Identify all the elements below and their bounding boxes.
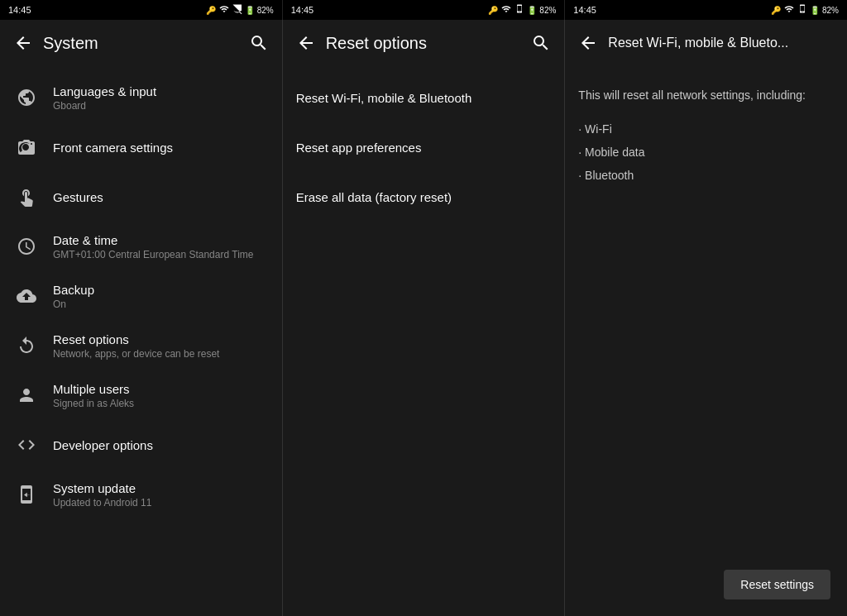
gestures-item[interactable]: Gestures xyxy=(0,172,282,222)
signal-icon-2 xyxy=(514,4,524,16)
wifi-icon-2 xyxy=(500,4,512,16)
reset-icon xyxy=(13,332,40,359)
erase-all-data-label: Erase all data (factory reset) xyxy=(296,190,452,204)
languages-subtitle: Gboard xyxy=(53,100,156,112)
key-icon-2: 🔑 xyxy=(488,6,498,15)
reset-options-content: Reset Wi-Fi, mobile & Bluetooth Reset ap… xyxy=(283,66,565,616)
status-bar-3: 14:45 🔑 🔋 82% xyxy=(565,0,847,20)
developer-options-item[interactable]: Developer options xyxy=(0,420,282,470)
reset-wifi-panel: Reset Wi-Fi, mobile & Blueto... This wil… xyxy=(565,20,847,616)
backup-icon xyxy=(13,283,40,309)
reset-options-back-icon[interactable] xyxy=(296,33,316,53)
status-bars: 14:45 🔑 🔋 82% 14:45 🔑 🔋 82% xyxy=(0,0,847,20)
reset-options-header: Reset options xyxy=(283,20,565,66)
battery-pct-2: 82% xyxy=(539,6,556,15)
reset-wifi-description: This will reset all network settings, in… xyxy=(578,86,834,104)
backup-subtitle: On xyxy=(53,298,94,310)
backup-text: Backup On xyxy=(53,283,94,310)
clock-icon xyxy=(13,233,40,260)
reset-options-search-icon[interactable] xyxy=(531,33,551,53)
reset-wifi-header: Reset Wi-Fi, mobile & Blueto... xyxy=(565,20,847,66)
reset-wifi-detail: This will reset all network settings, in… xyxy=(565,73,847,200)
developer-options-text: Developer options xyxy=(53,438,153,452)
multiple-users-subtitle: Signed in as Aleks xyxy=(53,398,134,409)
gestures-icon xyxy=(13,184,40,210)
front-camera-item[interactable]: Front camera settings xyxy=(0,122,282,172)
battery-pct-1: 82% xyxy=(257,6,274,15)
system-search-icon[interactable] xyxy=(249,33,269,53)
battery-icon-3: 🔋 xyxy=(810,6,820,15)
date-time-item[interactable]: Date & time GMT+01:00 Central European S… xyxy=(0,222,282,271)
system-update-text: System update Updated to Android 11 xyxy=(53,481,151,509)
status-bar-2: 14:45 🔑 🔋 82% xyxy=(283,0,566,20)
reset-options-item[interactable]: Reset options Network, apps, or device c… xyxy=(0,321,282,370)
developer-icon xyxy=(13,432,40,458)
system-title: System xyxy=(43,34,239,53)
front-camera-text: Front camera settings xyxy=(53,141,173,155)
signal-icon-3 xyxy=(797,4,807,16)
bluetooth-bullet: · Bluetooth xyxy=(578,164,834,187)
gestures-title: Gestures xyxy=(53,190,103,204)
reset-wifi-label: Reset Wi-Fi, mobile & Bluetooth xyxy=(296,91,472,105)
battery-icon-2: 🔋 xyxy=(527,6,537,15)
status-bar-1: 14:45 🔑 🔋 82% xyxy=(0,0,283,20)
reset-options-panel: Reset options Reset Wi-Fi, mobile & Blue… xyxy=(283,20,566,616)
languages-item[interactable]: Languages & input Gboard xyxy=(0,73,282,122)
multiple-users-title: Multiple users xyxy=(53,382,134,396)
reset-options-subtitle: Network, apps, or device can be reset xyxy=(53,348,219,360)
system-update-subtitle: Updated to Android 11 xyxy=(53,497,151,509)
globe-icon xyxy=(13,84,40,111)
backup-item[interactable]: Backup On xyxy=(0,271,282,321)
battery-pct-3: 82% xyxy=(822,6,839,15)
panels-container: System Languages & input Gboard xyxy=(0,20,847,616)
languages-title: Languages & input xyxy=(53,84,156,98)
key-icon-3: 🔑 xyxy=(771,6,781,15)
system-back-icon[interactable] xyxy=(13,33,33,53)
system-header: System xyxy=(0,20,282,66)
reset-wifi-item[interactable]: Reset Wi-Fi, mobile & Bluetooth xyxy=(283,73,565,122)
camera-front-icon xyxy=(13,134,40,160)
reset-options-title: Reset options xyxy=(326,34,522,53)
wifi-icon-1 xyxy=(218,4,230,16)
reset-options-text: Reset options Network, apps, or device c… xyxy=(53,332,219,360)
status-icons-3: 🔑 🔋 82% xyxy=(771,4,839,16)
system-content: Languages & input Gboard Front camera se… xyxy=(0,66,282,616)
reset-wifi-list: · Wi-Fi · Mobile data · Bluetooth xyxy=(578,117,834,187)
system-update-item[interactable]: System update Updated to Android 11 xyxy=(0,470,282,519)
date-time-title: Date & time xyxy=(53,233,253,247)
developer-options-title: Developer options xyxy=(53,438,153,452)
multiple-users-text: Multiple users Signed in as Aleks xyxy=(53,382,134,409)
key-icon-1: 🔑 xyxy=(206,6,216,15)
erase-all-data-item[interactable]: Erase all data (factory reset) xyxy=(283,172,565,222)
languages-text: Languages & input Gboard xyxy=(53,84,156,112)
multiple-users-item[interactable]: Multiple users Signed in as Aleks xyxy=(0,370,282,420)
reset-app-prefs-item[interactable]: Reset app preferences xyxy=(283,122,565,172)
date-time-subtitle: GMT+01:00 Central European Standard Time xyxy=(53,249,253,260)
system-update-title: System update xyxy=(53,481,151,495)
gestures-text: Gestures xyxy=(53,190,103,204)
reset-wifi-content: This will reset all network settings, in… xyxy=(565,66,847,616)
system-update-icon xyxy=(13,481,40,508)
mobile-data-bullet: · Mobile data xyxy=(578,141,834,164)
wifi-bullet: · Wi-Fi xyxy=(578,117,834,141)
time-1: 14:45 xyxy=(8,5,31,15)
reset-app-prefs-label: Reset app preferences xyxy=(296,141,422,155)
system-panel: System Languages & input Gboard xyxy=(0,20,283,616)
status-icons-2: 🔑 🔋 82% xyxy=(488,4,556,16)
reset-options-title: Reset options xyxy=(53,332,219,346)
backup-title: Backup xyxy=(53,283,94,297)
signal-icon-1 xyxy=(232,4,242,16)
time-3: 14:45 xyxy=(573,5,596,15)
reset-settings-button[interactable]: Reset settings xyxy=(724,570,830,599)
battery-icon-1: 🔋 xyxy=(245,6,255,15)
reset-wifi-back-icon[interactable] xyxy=(578,33,598,53)
status-icons-1: 🔑 🔋 82% xyxy=(206,4,274,16)
person-icon xyxy=(13,382,40,408)
date-time-text: Date & time GMT+01:00 Central European S… xyxy=(53,233,253,260)
front-camera-title: Front camera settings xyxy=(53,141,173,155)
time-2: 14:45 xyxy=(291,5,314,15)
wifi-icon-3 xyxy=(783,4,795,16)
reset-wifi-title: Reset Wi-Fi, mobile & Blueto... xyxy=(608,36,834,50)
